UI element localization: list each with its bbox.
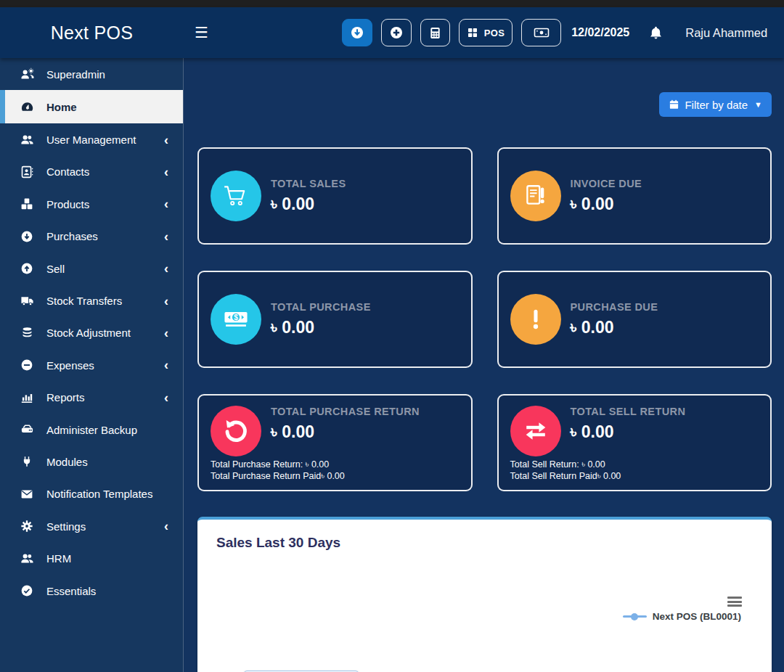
sidebar-item-label: Purchases [46, 230, 98, 242]
card-subline: Total Sell Return Paid৳ 0.00 [510, 470, 621, 482]
calculator-button[interactable] [420, 19, 450, 46]
sidebar-item-modules[interactable]: Modules [0, 446, 183, 478]
chevron-left-icon: ‹ [164, 295, 168, 308]
card-value: ৳ 0.00 [571, 318, 658, 337]
card-label: INVOICE DUE [571, 178, 642, 189]
sidebar-item-label: Settings [46, 520, 86, 533]
sidebar: Superadmin Home User Management ‹ Contac… [0, 58, 184, 672]
chart-menu-icon[interactable] [727, 597, 742, 609]
sidebar-item-sell[interactable]: Sell ‹ [0, 253, 183, 284]
sidebar-item-expenses[interactable]: Expenses ‹ [0, 349, 183, 381]
sidebar-item-administer-backup[interactable]: Administer Backup [0, 414, 183, 446]
arrow-circle-down-icon [20, 230, 34, 243]
sidebar-item-reports[interactable]: Reports ‹ [0, 382, 183, 414]
chevron-left-icon: ‹ [164, 230, 168, 243]
banknote-icon [534, 26, 550, 39]
sidebar-item-label: Contacts [46, 165, 89, 178]
sidebar-item-label: Sell [46, 263, 65, 275]
sidebar-toggle-icon[interactable]: ☰ [195, 24, 208, 41]
grid-icon [467, 27, 478, 38]
money-icon: $ [211, 294, 261, 345]
card-subline: Total Purchase Return Paid৳ 0.00 [211, 470, 345, 482]
caret-down-icon: ▼ [754, 100, 762, 109]
legend-label: Next POS (BL0001) [653, 611, 741, 622]
sidebar-item-essentials[interactable]: Essentials [0, 575, 183, 607]
sidebar-item-user-management[interactable]: User Management ‹ [0, 123, 183, 155]
chevron-left-icon: ‹ [164, 262, 168, 275]
card-label: TOTAL SELL RETURN [571, 406, 686, 417]
chevron-left-icon: ‹ [164, 391, 168, 404]
legend-line-marker-icon [623, 615, 647, 618]
purchase-due-card: PURCHASE DUE ৳ 0.00 [497, 271, 772, 368]
pos-register-button[interactable] [342, 19, 372, 46]
filter-by-date-button[interactable]: Filter by date ▼ [659, 92, 772, 117]
cubes-icon [20, 197, 34, 210]
card-value: ৳ 0.00 [271, 422, 420, 442]
notifications-bell-icon[interactable] [648, 25, 663, 41]
sidebar-item-label: Notification Templates [46, 488, 152, 500]
browser-top-strip [0, 0, 784, 7]
sidebar-item-home[interactable]: Home [0, 90, 183, 123]
sidebar-item-stock-adjustment[interactable]: Stock Adjustment ‹ [0, 317, 183, 349]
sidebar-item-superadmin[interactable]: Superadmin [0, 58, 183, 90]
total-purchase-return-card: TOTAL PURCHASE RETURN ৳ 0.00 Total Purch… [197, 394, 473, 491]
cash-register-button[interactable] [521, 19, 561, 46]
arrow-circle-down-icon [350, 25, 364, 40]
chevron-left-icon: ‹ [164, 197, 168, 210]
calendar-icon [669, 99, 679, 110]
truck-icon [20, 294, 34, 308]
sidebar-item-contacts[interactable]: Contacts ‹ [0, 156, 183, 188]
dashboard-icon [20, 100, 34, 114]
stat-cards-grid: TOTAL SALES ৳ 0.00 INVOICE DUE ৳ 0.00 $ … [197, 147, 772, 491]
users-icon [20, 133, 34, 147]
card-subline: Total Purchase Return: ৳ 0.00 [211, 459, 345, 470]
sidebar-item-notification-templates[interactable]: Notification Templates [0, 478, 183, 510]
server-icon [20, 423, 34, 437]
sidebar-item-label: Essentials [46, 585, 96, 597]
current-date: 12/02/2025 [571, 26, 629, 39]
envelope-icon [20, 488, 34, 501]
sidebar-item-hrm[interactable]: HRM [0, 542, 183, 574]
chart-legend-item[interactable]: Next POS (BL0001) [623, 611, 741, 622]
sidebar-item-settings[interactable]: Settings ‹ [0, 510, 183, 542]
sidebar-item-label: Stock Transfers [46, 295, 122, 307]
sidebar-item-label: Administer Backup [46, 424, 137, 436]
database-icon [20, 327, 34, 339]
chevron-left-icon: ‹ [164, 165, 168, 179]
card-value: ৳ 0.00 [571, 194, 642, 214]
sales-chart-card: Sales Last 30 Days Next POS (BL0001) [197, 517, 772, 672]
total-purchase-card: $ TOTAL PURCHASE ৳ 0.00 [197, 271, 473, 368]
cart-icon [211, 171, 261, 221]
sidebar-item-label: Stock Adjustment [46, 327, 131, 339]
add-button[interactable] [381, 19, 412, 46]
exchange-icon [510, 406, 561, 456]
exclamation-icon [510, 294, 561, 345]
check-circle-icon [20, 584, 34, 597]
card-value: ৳ 0.00 [571, 422, 686, 442]
card-label: TOTAL PURCHASE RETURN [271, 406, 420, 417]
minus-circle-icon [20, 358, 34, 372]
user-menu[interactable]: Raju Ahammed [685, 26, 767, 40]
sidebar-item-stock-transfers[interactable]: Stock Transfers ‹ [0, 284, 183, 316]
card-value: ৳ 0.00 [271, 318, 371, 337]
sidebar-item-label: Products [46, 198, 89, 210]
sidebar-item-label: Superadmin [46, 68, 105, 81]
chart-title: Sales Last 30 Days [216, 535, 772, 551]
plus-circle-icon [389, 25, 404, 40]
address-book-icon [20, 165, 34, 179]
undo-icon [211, 406, 261, 456]
sidebar-item-purchases[interactable]: Purchases ‹ [0, 221, 183, 253]
sidebar-item-products[interactable]: Products ‹ [0, 188, 183, 220]
navbar-actions: POS [342, 19, 561, 46]
invoice-due-card: INVOICE DUE ৳ 0.00 [497, 147, 772, 245]
chevron-left-icon: ‹ [164, 520, 168, 533]
users-icon [20, 552, 34, 565]
total-sell-return-card: TOTAL SELL RETURN ৳ 0.00 Total Sell Retu… [497, 394, 772, 491]
card-label: PURCHASE DUE [571, 301, 658, 313]
pos-button[interactable]: POS [459, 19, 513, 46]
card-label: TOTAL SALES [271, 178, 346, 189]
bar-chart-icon [20, 391, 34, 404]
calculator-icon [428, 26, 442, 40]
invoice-icon [510, 171, 561, 221]
card-value: ৳ 0.00 [271, 194, 346, 214]
